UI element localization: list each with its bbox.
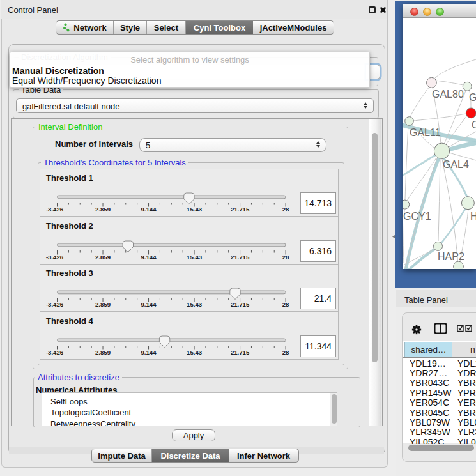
svg-text:9.144: 9.144 <box>141 349 157 356</box>
svg-text:21.715: 21.715 <box>231 349 250 356</box>
svg-text:-3.426: -3.426 <box>46 254 63 261</box>
svg-text:15.43: 15.43 <box>187 206 202 213</box>
svg-text:2.859: 2.859 <box>95 301 111 308</box>
svg-text:-3.426: -3.426 <box>46 301 63 308</box>
svg-text:9.144: 9.144 <box>141 206 157 213</box>
svg-text:9.144: 9.144 <box>141 301 157 308</box>
svg-text:21.715: 21.715 <box>231 206 250 213</box>
svg-text:28: 28 <box>282 349 289 356</box>
svg-text:GAL80: GAL80 <box>432 89 464 100</box>
svg-text:28: 28 <box>282 301 289 308</box>
svg-text:15.43: 15.43 <box>187 349 202 356</box>
svg-text:2.859: 2.859 <box>95 206 111 213</box>
svg-text:GAL11: GAL11 <box>410 127 441 138</box>
svg-text:GA: GA <box>469 92 476 103</box>
svg-text:9.144: 9.144 <box>141 254 157 261</box>
svg-text:-3.426: -3.426 <box>46 349 63 356</box>
svg-text:C: C <box>472 119 476 130</box>
svg-text:15.43: 15.43 <box>187 254 202 261</box>
svg-text:2.859: 2.859 <box>95 349 111 356</box>
svg-text:GAL4: GAL4 <box>443 159 469 170</box>
svg-text:28: 28 <box>282 206 289 213</box>
svg-text:GCY1: GCY1 <box>403 211 431 222</box>
svg-text:-3.426: -3.426 <box>46 206 63 213</box>
svg-text:21.715: 21.715 <box>231 254 250 261</box>
svg-text:15.43: 15.43 <box>187 301 202 308</box>
svg-text:28: 28 <box>282 254 289 261</box>
svg-text:21.715: 21.715 <box>231 301 250 308</box>
svg-text:2.859: 2.859 <box>95 254 111 261</box>
svg-text:HAP2: HAP2 <box>438 251 464 262</box>
svg-text:H: H <box>470 211 476 222</box>
